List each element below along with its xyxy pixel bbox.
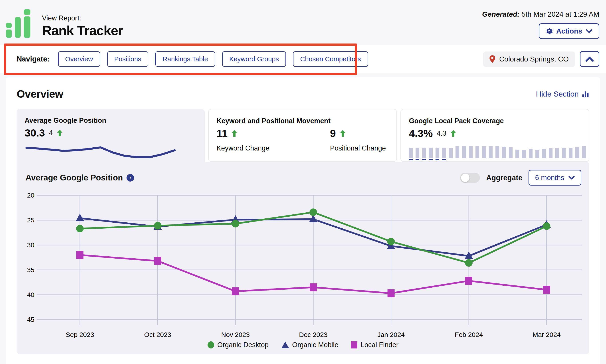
minibar	[469, 145, 473, 160]
location-label: Colorado Springs, CO	[499, 55, 569, 63]
stat-title: Google Local Pack Coverage	[409, 117, 581, 125]
minibar	[482, 145, 486, 160]
info-icon[interactable]: i	[127, 174, 134, 182]
minibar	[535, 145, 539, 160]
minibar	[575, 145, 579, 160]
svg-text:Jan 2024: Jan 2024	[377, 331, 405, 338]
minibar	[442, 145, 446, 160]
brand-text: View Report: Rank Tracker	[42, 14, 123, 38]
keyword-change-stat: 11 Keyword Change	[217, 128, 270, 152]
svg-text:25: 25	[27, 216, 34, 224]
navigate-bar: Navigate: Overview Positions Rankings Ta…	[0, 45, 606, 73]
legend-item-organic-mobile[interactable]: Organic Mobile	[282, 341, 338, 349]
svg-text:Feb 2024: Feb 2024	[455, 331, 483, 338]
section-header: Overview Hide Section	[17, 88, 589, 100]
minibar	[509, 145, 513, 160]
position-chart-svg: 202530354045Sep 2023Oct 2023Nov 2023Dec …	[22, 189, 584, 339]
minibar	[516, 145, 519, 160]
minibar	[409, 145, 413, 160]
actions-button[interactable]: Actions	[539, 23, 599, 39]
triangle-marker-icon	[282, 342, 289, 348]
chevron-down-icon	[586, 29, 593, 34]
legend-label: Organic Desktop	[217, 341, 269, 349]
minibar	[489, 145, 492, 160]
svg-text:Dec 2023: Dec 2023	[299, 331, 327, 338]
stat-cards-row: Average Google Position 30.3 4 Keyword a…	[17, 109, 589, 162]
legend-item-local-finder[interactable]: Local Finder	[351, 341, 399, 349]
section-title: Overview	[17, 88, 63, 100]
local-pack-minibars	[409, 147, 581, 160]
range-value: 6 months	[535, 174, 564, 182]
page-header: View Report: Rank Tracker Generated: 5th…	[0, 0, 606, 45]
minibar	[562, 145, 566, 160]
up-arrow-icon	[451, 130, 456, 137]
circle-marker-icon	[207, 341, 214, 349]
generated-label: Generated:	[482, 10, 520, 18]
svg-text:Oct 2023: Oct 2023	[144, 331, 171, 338]
legend-label: Organic Mobile	[292, 341, 338, 349]
svg-text:45: 45	[27, 316, 34, 323]
chart-header: Average Google Position i Aggregate 6 mo…	[22, 170, 584, 185]
map-pin-icon	[490, 55, 495, 63]
generated-value: 5th Mar 2024 at 1:29 AM	[522, 10, 599, 18]
bar-chart-logo-icon	[6, 8, 35, 38]
minibar	[449, 145, 453, 160]
avg-position-delta: 4	[49, 129, 53, 137]
nav-button-keyword-groups[interactable]: Keyword Groups	[222, 51, 286, 67]
nav-right: Colorado Springs, CO	[483, 51, 599, 67]
nav-button-overview[interactable]: Overview	[58, 51, 100, 67]
minibar	[495, 145, 499, 160]
stat-title: Average Google Position	[25, 117, 197, 125]
rank-tracker-page: View Report: Rank Tracker Generated: 5th…	[0, 0, 606, 364]
legend-item-organic-desktop[interactable]: Organic Desktop	[207, 341, 269, 349]
nav-button-rankings-table[interactable]: Rankings Table	[155, 51, 215, 67]
actions-label: Actions	[556, 27, 582, 35]
local-pack-delta: 4.3	[437, 130, 446, 137]
minibar	[542, 145, 546, 160]
view-report-label: View Report:	[42, 14, 123, 22]
avg-position-value: 30.3	[25, 128, 45, 138]
minibar	[429, 145, 433, 160]
positional-change-stat: 9 Positional Change	[330, 128, 386, 152]
nav-button-positions[interactable]: Positions	[107, 51, 149, 67]
keyword-change-value: 11	[217, 128, 228, 139]
minibar	[462, 145, 466, 160]
stat-card-local-pack[interactable]: Google Local Pack Coverage 4.3% 4.3	[400, 109, 589, 162]
svg-text:40: 40	[27, 291, 34, 298]
minibar	[569, 145, 572, 160]
minibar	[502, 145, 506, 160]
toggle-knob	[461, 174, 469, 182]
positional-change-value: 9	[330, 128, 336, 139]
hide-section-link[interactable]: Hide Section	[536, 90, 589, 98]
date-range-dropdown[interactable]: 6 months	[529, 170, 581, 185]
chevron-up-icon	[585, 56, 594, 62]
svg-text:35: 35	[27, 266, 34, 273]
header-right: Generated: 5th Mar 2024 at 1:29 AM Actio…	[482, 8, 599, 39]
chart-legend: Organic DesktopOrganic MobileLocal Finde…	[22, 340, 584, 350]
svg-text:Sep 2023: Sep 2023	[66, 331, 94, 338]
up-arrow-icon	[340, 130, 346, 137]
minibar	[529, 145, 532, 160]
aggregate-toggle[interactable]	[460, 173, 480, 183]
nav-button-chosen-competitors[interactable]: Chosen Competitors	[293, 51, 368, 67]
position-line-chart: 202530354045Sep 2023Oct 2023Nov 2023Dec …	[22, 189, 584, 339]
collapse-section-button[interactable]	[580, 51, 599, 67]
location-selector[interactable]: Colorado Springs, CO	[483, 52, 575, 67]
aggregate-label: Aggregate	[486, 174, 522, 182]
svg-text:Mar 2024: Mar 2024	[532, 331, 561, 338]
local-pack-value: 4.3%	[409, 128, 433, 139]
stat-card-movement[interactable]: Keyword and Positional Movement 11 Keywo…	[208, 109, 397, 162]
stat-title: Keyword and Positional Movement	[217, 117, 389, 125]
chevron-down-icon	[568, 175, 575, 180]
keyword-change-label: Keyword Change	[217, 144, 270, 152]
minibar	[415, 145, 419, 160]
navigate-label: Navigate:	[17, 55, 50, 63]
minibar	[476, 145, 479, 160]
generated-timestamp: Generated: 5th Mar 2024 at 1:29 AM	[482, 10, 599, 18]
chart-title: Average Google Position	[26, 173, 123, 182]
stat-card-average-position[interactable]: Average Google Position 30.3 4	[17, 109, 205, 164]
minibar	[555, 145, 559, 160]
svg-text:30: 30	[27, 241, 34, 248]
minibar	[549, 145, 553, 160]
positional-change-label: Positional Change	[330, 144, 386, 152]
